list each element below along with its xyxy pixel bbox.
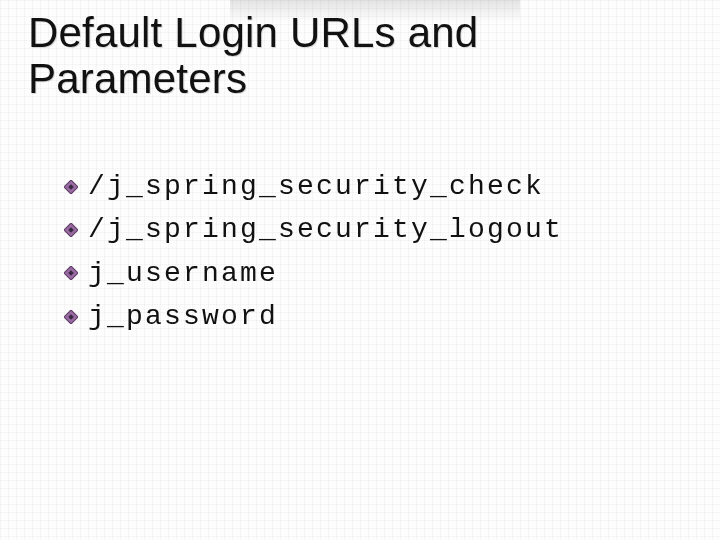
list-item: /j_spring_security_check bbox=[64, 165, 680, 208]
list-item-label: /j_spring_security_check bbox=[88, 165, 544, 208]
slide: Default Login URLs and Parameters /j_spr… bbox=[0, 0, 720, 540]
list-item: /j_spring_security_logout bbox=[64, 208, 680, 251]
list-item: j_password bbox=[64, 295, 680, 338]
bullet-list: /j_spring_security_check /j_spring_secur… bbox=[64, 165, 680, 339]
list-item: j_username bbox=[64, 252, 680, 295]
diamond-bullet-icon bbox=[64, 180, 78, 194]
slide-title: Default Login URLs and Parameters bbox=[28, 10, 680, 102]
list-item-label: /j_spring_security_logout bbox=[88, 208, 563, 251]
diamond-bullet-icon bbox=[64, 223, 78, 237]
list-item-label: j_username bbox=[88, 252, 278, 295]
list-item-label: j_password bbox=[88, 295, 278, 338]
diamond-bullet-icon bbox=[64, 266, 78, 280]
diamond-bullet-icon bbox=[64, 310, 78, 324]
